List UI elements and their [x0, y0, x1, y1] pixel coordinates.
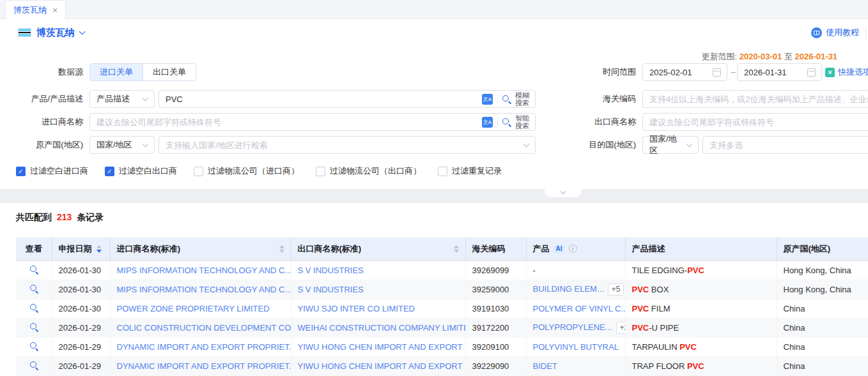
collapse-filters-button[interactable]: [545, 189, 582, 197]
product-search-field[interactable]: 模糊搜索: [159, 90, 536, 108]
destination-field[interactable]: [702, 136, 868, 154]
sort-icons[interactable]: [454, 245, 459, 253]
view-search-icon[interactable]: [29, 303, 38, 312]
origin-field[interactable]: [159, 136, 536, 154]
fuzzy-search-label[interactable]: 模糊搜索: [515, 91, 530, 107]
exporter-input[interactable]: [643, 117, 868, 127]
importer-link[interactable]: MIPS INFORMATION TECHNOLOGY AND C...: [117, 266, 291, 275]
smart-search-label[interactable]: 智能搜索: [515, 114, 530, 130]
calendar-icon: [807, 68, 816, 77]
checkbox-checked-icon[interactable]: ✓: [16, 167, 26, 176]
tab-export-records[interactable]: 出口关单: [143, 64, 196, 80]
country-selector[interactable]: 博茨瓦纳: [18, 19, 84, 46]
product-link[interactable]: POLYVINYL BUTYRAL: [533, 342, 619, 352]
exporter-link[interactable]: S V INDUSTRIES: [298, 285, 364, 294]
summary-prefix: 共匹配到: [16, 212, 52, 222]
date-end-input[interactable]: [738, 68, 807, 77]
translate-icon[interactable]: [482, 117, 493, 128]
importer-cell: MIPS INFORMATION TECHNOLOGY AND C...: [110, 260, 291, 280]
importer-link[interactable]: POWER ZONE PROPRIETARY LIMITED: [117, 304, 270, 313]
tab-import-records[interactable]: 进口关单: [90, 64, 143, 80]
product-link[interactable]: BIDET: [533, 361, 557, 371]
view-search-icon[interactable]: [29, 284, 38, 293]
origin-input[interactable]: [159, 140, 522, 150]
description-cell: TRAP FLOOR PVC: [625, 356, 777, 375]
product-link[interactable]: POLYPROPYLENE...: [533, 322, 612, 332]
info-icon[interactable]: i: [569, 244, 577, 253]
hs-code-label: 海关编码: [545, 90, 636, 108]
column-header[interactable]: 进口商名称(标准): [110, 237, 291, 260]
close-icon[interactable]: ×: [52, 6, 58, 15]
sort-asc-icon[interactable]: [454, 245, 459, 248]
checkbox-label: 过滤物流公司（出口商）: [330, 165, 421, 177]
datasource-segmented: 进口关单 出口关单: [89, 63, 196, 81]
destination-input[interactable]: [703, 140, 868, 150]
checkbox-label: 过滤空白进口商: [30, 165, 88, 177]
filter-checkbox[interactable]: ✓过滤空白出口商: [105, 165, 177, 177]
sort-icons[interactable]: [97, 245, 102, 253]
chevron-down-icon: [523, 141, 530, 147]
more-products-badge[interactable]: +2: [616, 322, 625, 334]
importer-input[interactable]: [90, 117, 482, 127]
checkbox-icon[interactable]: [194, 167, 203, 176]
sort-icons[interactable]: [279, 245, 284, 253]
importer-link[interactable]: MIPS INFORMATION TECHNOLOGY AND C...: [117, 285, 291, 294]
view-search-icon[interactable]: [29, 265, 38, 274]
column-header[interactable]: 出口商名称(标准): [291, 237, 465, 260]
product-link[interactable]: BUILDING ELEM...: [533, 284, 604, 294]
fuzzy-search-icon[interactable]: [502, 95, 511, 103]
checkbox-checked-icon[interactable]: ✓: [105, 167, 114, 176]
chevron-down-icon: [686, 141, 693, 147]
description-text: -U PIPE: [649, 323, 679, 333]
filter-checkbox[interactable]: 过滤重复记录: [438, 165, 502, 177]
hs-code-input[interactable]: [643, 94, 868, 104]
exporter-link[interactable]: S V INDUSTRIES: [298, 266, 364, 275]
sort-desc-icon[interactable]: [97, 250, 102, 253]
description-highlight: PVC: [632, 304, 649, 313]
exporter-link[interactable]: YIWU HONG CHEN IMPORT AND EXPORT ...: [298, 342, 466, 352]
importer-link[interactable]: DYNAMIC IMPORT AND EXPORT PROPRIET...: [117, 342, 291, 352]
exporter-link[interactable]: WEIHAI CONSTRUCTION COMPANY LIMITED: [298, 323, 466, 333]
table-row: 2026-01-30POWER ZONE PROPRIETARY LIMITED…: [16, 299, 868, 318]
filter-checkbox[interactable]: 过滤物流公司（进口商）: [194, 165, 299, 177]
origin-type-select[interactable]: 国家/地区: [89, 136, 155, 154]
translate-icon[interactable]: [482, 94, 493, 105]
quick-options-label: 快捷选项: [838, 66, 868, 78]
checkbox-icon[interactable]: [438, 167, 447, 176]
product-type-select[interactable]: 产品描述: [89, 90, 155, 108]
sort-desc-icon[interactable]: [454, 250, 459, 253]
date-start-field[interactable]: [642, 63, 727, 81]
checkbox-icon[interactable]: [316, 167, 325, 176]
view-search-icon[interactable]: [29, 322, 38, 331]
view-search-icon[interactable]: [29, 361, 38, 370]
exporter-link[interactable]: YIWU HONG CHEN IMPORT AND EXPORT ...: [298, 361, 466, 371]
sort-asc-icon[interactable]: [279, 245, 284, 248]
quick-options-button[interactable]: 快捷选项: [825, 63, 868, 81]
importer-link[interactable]: DYNAMIC IMPORT AND EXPORT PROPRIET...: [117, 361, 291, 371]
exporter-link[interactable]: YIWU SJO INTER CO LIMITED: [298, 304, 415, 313]
date-start-input[interactable]: [643, 68, 713, 77]
description-cell: PVC FILM: [625, 299, 777, 318]
sort-asc-icon[interactable]: [97, 245, 102, 248]
summary-suffix: 条记录: [77, 212, 104, 222]
exporter-cell: WEIHAI CONSTRUCTION COMPANY LIMITED: [291, 318, 465, 337]
hs-code-field[interactable]: [642, 90, 868, 108]
filter-checkbox[interactable]: 过滤物流公司（出口商）: [316, 165, 421, 177]
date-end-field[interactable]: [737, 63, 822, 81]
tutorial-button[interactable]: 使用教程: [811, 19, 859, 46]
view-search-icon[interactable]: [29, 342, 38, 350]
exporter-field[interactable]: [642, 113, 868, 131]
more-products-badge[interactable]: +5: [608, 283, 624, 296]
filter-checkbox[interactable]: ✓过滤空白进口商: [16, 165, 88, 177]
product-type-value: 产品描述: [90, 93, 141, 105]
importer-field[interactable]: 智能搜索: [89, 113, 536, 131]
smart-search-icon[interactable]: [502, 118, 511, 126]
column-header[interactable]: 申报日期: [52, 237, 110, 260]
destination-type-select[interactable]: 国家/地区: [642, 136, 699, 154]
product-link[interactable]: POLYMER OF VINYL C...: [533, 304, 626, 313]
importer-link[interactable]: COLIC CONSTRUCTION DEVELOPMENT CO ...: [117, 323, 291, 333]
sort-desc-icon[interactable]: [279, 250, 284, 253]
product-search-input[interactable]: [159, 94, 482, 104]
tab-botswana[interactable]: 博茨瓦纳 ×: [5, 0, 66, 19]
table-row: 2026-01-29DYNAMIC IMPORT AND EXPORT PROP…: [16, 337, 868, 356]
